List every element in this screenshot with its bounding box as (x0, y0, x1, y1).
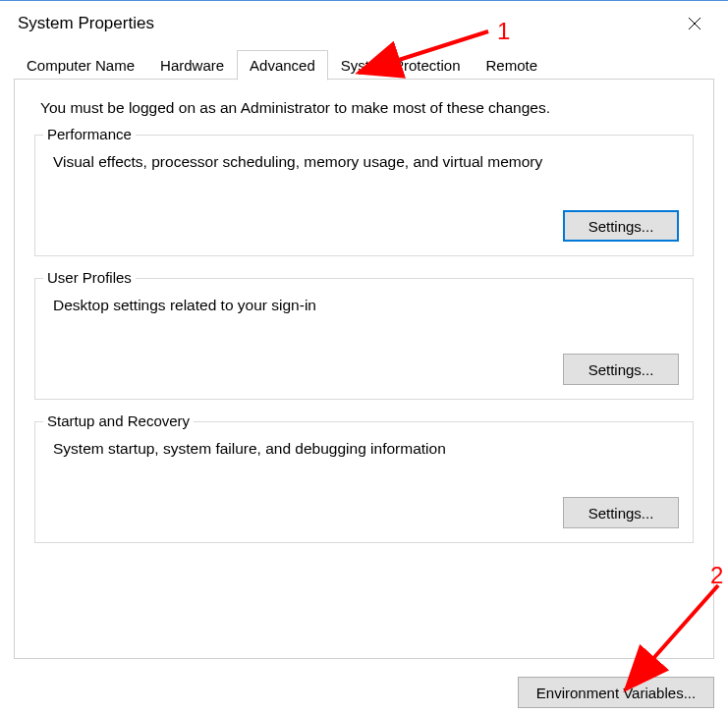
user-profiles-button-row: Settings... (49, 354, 679, 385)
startup-recovery-button-row: Settings... (49, 497, 679, 528)
performance-button-row: Settings... (49, 210, 679, 242)
user-profiles-group: User Profiles Desktop settings related t… (34, 278, 694, 400)
tab-computer-name[interactable]: Computer Name (14, 50, 147, 80)
performance-settings-button[interactable]: Settings... (563, 210, 679, 242)
annotation-label-1: 1 (497, 18, 510, 45)
startup-recovery-group-title: Startup and Recovery (43, 412, 194, 429)
advanced-tab-panel: You must be logged on as an Administrato… (14, 80, 714, 659)
performance-group-title: Performance (43, 126, 136, 142)
startup-recovery-group: Startup and Recovery System startup, sys… (34, 421, 694, 543)
performance-group: Performance Visual effects, processor sc… (34, 135, 694, 256)
titlebar: System Properties (0, 1, 728, 46)
close-icon (688, 17, 701, 30)
tab-system-protection[interactable]: System Protection (328, 50, 474, 80)
footer-button-row: Environment Variables... (14, 677, 714, 708)
system-properties-window: System Properties Computer Name Hardware… (0, 0, 728, 714)
user-profiles-group-title: User Profiles (43, 269, 136, 286)
window-title: System Properties (18, 14, 154, 33)
annotation-label-2: 2 (710, 562, 723, 589)
close-button[interactable] (677, 6, 712, 41)
admin-notice: You must be logged on as an Administrato… (34, 99, 694, 117)
performance-group-desc: Visual effects, processor scheduling, me… (49, 153, 679, 171)
startup-recovery-group-desc: System startup, system failure, and debu… (49, 440, 679, 458)
tab-hardware[interactable]: Hardware (147, 50, 237, 80)
environment-variables-button[interactable]: Environment Variables... (518, 677, 714, 708)
tab-strip: Computer Name Hardware Advanced System P… (0, 46, 728, 80)
tab-advanced[interactable]: Advanced (237, 50, 328, 81)
startup-recovery-settings-button[interactable]: Settings... (563, 497, 679, 528)
tab-remote[interactable]: Remote (474, 50, 551, 80)
user-profiles-settings-button[interactable]: Settings... (563, 354, 679, 385)
user-profiles-group-desc: Desktop settings related to your sign-in (49, 297, 679, 314)
